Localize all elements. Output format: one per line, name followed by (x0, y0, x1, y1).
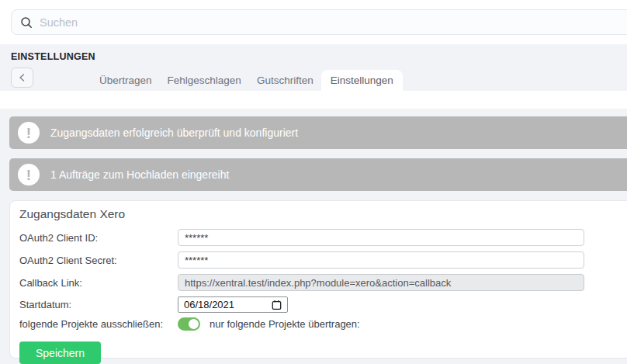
only-projects-label: nur folgende Projekte übertragen: (210, 318, 360, 330)
page-title: EINSTELLUNGEN (0, 44, 627, 62)
client-id-row: OAuth2 Client ID: (19, 229, 625, 246)
search-bar[interactable] (11, 9, 627, 35)
search-input[interactable] (40, 16, 627, 29)
chevron-left-icon (16, 71, 29, 84)
status-banner: ! Zugangsdaten erfolgreich überprüft und… (9, 116, 627, 149)
toggle-knob (189, 319, 199, 329)
save-button[interactable]: Speichern (19, 341, 101, 364)
banner-message: Zugangsdaten erfolgreich überprüft und k… (50, 127, 298, 139)
tab-fehlgeschlagen[interactable]: Fehlgeschlagen (160, 70, 249, 91)
form-title: Zugangsdaten Xero (19, 207, 625, 221)
client-id-label: OAuth2 Client ID: (19, 232, 178, 244)
projects-row: folgende Projekte ausschließen: nur folg… (19, 317, 625, 331)
tab-uebertragen[interactable]: Übertragen (92, 70, 160, 91)
client-secret-row: OAuth2 Client Secret: (19, 251, 625, 269)
calendar-icon[interactable] (272, 300, 282, 310)
startdate-input[interactable] (178, 296, 288, 313)
status-banner: ! 1 Aufträge zum Hochladen eingereiht (9, 158, 627, 191)
client-id-input[interactable] (178, 229, 584, 246)
exclude-projects-toggle[interactable] (178, 317, 200, 331)
topbar (0, 0, 627, 44)
startdate-label: Startdatum: (19, 299, 178, 310)
client-secret-label: OAuth2 Client Secret: (19, 255, 178, 266)
settings-panel: ! Zugangsdaten erfolgreich überprüft und… (0, 109, 627, 364)
tab-bar: Übertragen Fehlgeschlagen Gutschriften E… (92, 70, 403, 91)
exclude-projects-label: folgende Projekte ausschließen: (19, 318, 178, 330)
back-button[interactable] (11, 68, 33, 88)
tab-einstellungen[interactable]: Einstellungen (321, 70, 403, 91)
callback-link-input[interactable] (178, 274, 584, 291)
exclamation-circle-icon: ! (18, 122, 40, 144)
startdate-value[interactable] (184, 299, 254, 310)
settings-header: EINSTELLUNGEN Übertragen Fehlgeschlagen … (0, 44, 627, 91)
tab-gutschriften[interactable]: Gutschriften (249, 70, 321, 91)
content-spacer (0, 91, 627, 109)
banner-message: 1 Aufträge zum Hochladen eingereiht (50, 168, 229, 181)
callback-link-row: Callback Link: (19, 274, 625, 291)
callback-link-label: Callback Link: (19, 277, 178, 289)
startdate-row: Startdatum: (19, 296, 625, 313)
xero-credentials-card: Zugangsdaten Xero OAuth2 Client ID: OAut… (9, 200, 627, 359)
exclamation-circle-icon: ! (18, 164, 40, 185)
client-secret-input[interactable] (178, 251, 584, 269)
search-icon (20, 16, 33, 29)
